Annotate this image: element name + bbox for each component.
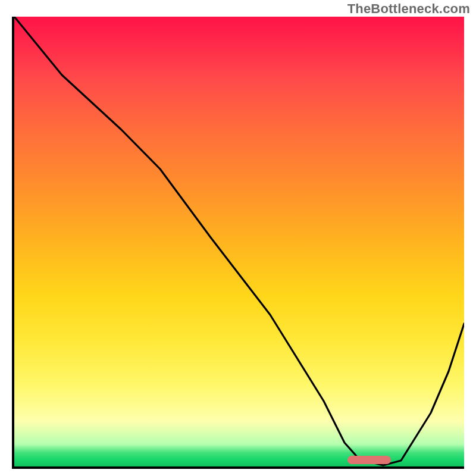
- bottleneck-curve-line: [14, 17, 464, 465]
- optimal-range-marker: [347, 456, 391, 464]
- chart-root: TheBottleneck.com: [0, 0, 476, 476]
- curve-svg: [14, 17, 464, 466]
- plot-area: [12, 17, 464, 469]
- attribution-label: TheBottleneck.com: [347, 1, 470, 17]
